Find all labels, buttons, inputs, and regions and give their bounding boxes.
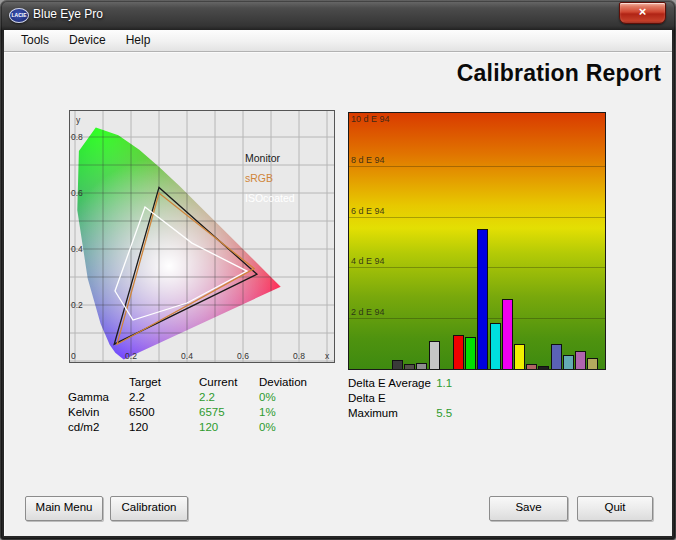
delta-e-bar: [465, 337, 476, 369]
axis-label-4dE: 4 d E 94: [351, 256, 385, 266]
gridline-8dE: [349, 166, 605, 167]
row-label-luminance: cd/m2: [68, 420, 129, 435]
titlebar[interactable]: LACIE Blue Eye Pro ×: [0, 0, 676, 30]
delta-average-label: Delta E Average: [348, 376, 433, 391]
menubar: Tools Device Help: [4, 30, 672, 52]
luminance-target: 120: [129, 420, 199, 435]
cie-diagram-svg: MonitorsRGBISOcoatedyx00.20.40.60.80.20.…: [69, 110, 335, 363]
main-menu-button[interactable]: Main Menu: [25, 496, 103, 521]
svg-text:0.8: 0.8: [293, 351, 305, 361]
lacie-logo-icon: LACIE: [9, 8, 29, 23]
app-window: LACIE Blue Eye Pro × Tools Device Help C…: [0, 0, 676, 540]
delta-average-row: Delta E Average 1.1: [348, 376, 452, 391]
menu-tools[interactable]: Tools: [11, 30, 59, 51]
table-corner: [68, 375, 129, 390]
delta-e-bar: [526, 364, 537, 369]
delta-average-value: 1.1: [436, 377, 452, 389]
luminance-current: 120: [199, 420, 259, 435]
svg-text:0.6: 0.6: [237, 351, 249, 361]
kelvin-deviation: 1%: [259, 405, 337, 420]
legend-monitor: Monitor: [245, 152, 281, 164]
header-target: Target: [129, 375, 199, 390]
calibration-settings-table: Target Current Deviation Gamma 2.2 2.2 0…: [68, 375, 337, 435]
menu-help[interactable]: Help: [116, 30, 161, 51]
gamma-current: 2.2: [199, 390, 259, 405]
quit-button[interactable]: Quit: [577, 496, 653, 521]
svg-text:0.8: 0.8: [71, 132, 83, 142]
row-label-gamma: Gamma: [68, 390, 129, 405]
header-current: Current: [199, 375, 259, 390]
delta-e-bar: [502, 299, 513, 369]
delta-e-bar: [551, 344, 562, 369]
legend-srgb: sRGB: [245, 172, 273, 184]
delta-e-bar: [575, 351, 586, 369]
gamma-target: 2.2: [129, 390, 199, 405]
delta-e-bar-chart: 10 d E 948 d E 946 d E 944 d E 942 d E 9…: [348, 112, 606, 370]
close-icon: ×: [639, 4, 647, 19]
menu-device[interactable]: Device: [59, 30, 116, 51]
gamma-deviation: 0%: [259, 390, 337, 405]
svg-text:0: 0: [71, 351, 76, 361]
delta-e-bar: [416, 363, 427, 369]
svg-text:0.4: 0.4: [181, 351, 193, 361]
delta-e-bar: [453, 335, 464, 369]
content-area: Calibration Report MonitorsRGBISOcoatedy…: [4, 52, 672, 536]
delta-e-summary: Delta E Average 1.1 Delta E Maximum 5.5: [348, 376, 452, 421]
lacie-logo-text: LACIE: [10, 9, 28, 22]
page-title: Calibration Report: [457, 60, 661, 87]
delta-e-bar: [392, 360, 403, 369]
legend-isocoated: ISOcoated: [245, 192, 295, 204]
svg-text:0.2: 0.2: [71, 300, 83, 310]
svg-text:0.4: 0.4: [71, 244, 83, 254]
delta-e-bar: [404, 364, 415, 369]
axis-label-10dE: 10 d E 94: [351, 114, 390, 124]
header-deviation: Deviation: [259, 375, 337, 390]
delta-e-bar: [514, 344, 525, 369]
delta-e-bar: [490, 323, 501, 369]
delta-e-bar: [563, 355, 574, 369]
gridline-6dE: [349, 217, 605, 218]
delta-e-bar: [429, 341, 440, 369]
screenshot-root: LACIE Blue Eye Pro × Tools Device Help C…: [0, 0, 676, 540]
delta-maximum-row: Delta E Maximum 5.5: [348, 391, 452, 421]
kelvin-current: 6575: [199, 405, 259, 420]
axis-label-6dE: 6 d E 94: [351, 206, 385, 216]
kelvin-target: 6500: [129, 405, 199, 420]
svg-text:0.6: 0.6: [71, 188, 83, 198]
cie-chromaticity-panel: MonitorsRGBISOcoatedyx00.20.40.60.80.20.…: [69, 110, 335, 363]
luminance-deviation: 0%: [259, 420, 337, 435]
delta-e-bar: [477, 229, 488, 369]
axis-label-2dE: 2 d E 94: [351, 307, 385, 317]
calibration-button[interactable]: Calibration: [110, 496, 188, 521]
window-title: Blue Eye Pro: [33, 7, 103, 21]
save-button[interactable]: Save: [489, 496, 568, 521]
close-button[interactable]: ×: [619, 2, 666, 24]
delta-e-bar: [587, 358, 598, 369]
delta-maximum-label: Delta E Maximum: [348, 391, 433, 421]
row-label-kelvin: Kelvin: [68, 405, 129, 420]
axis-label-8dE: 8 d E 94: [351, 155, 385, 165]
delta-e-bar: [538, 366, 549, 369]
svg-text:0.2: 0.2: [125, 351, 137, 361]
delta-maximum-value: 5.5: [436, 407, 452, 419]
